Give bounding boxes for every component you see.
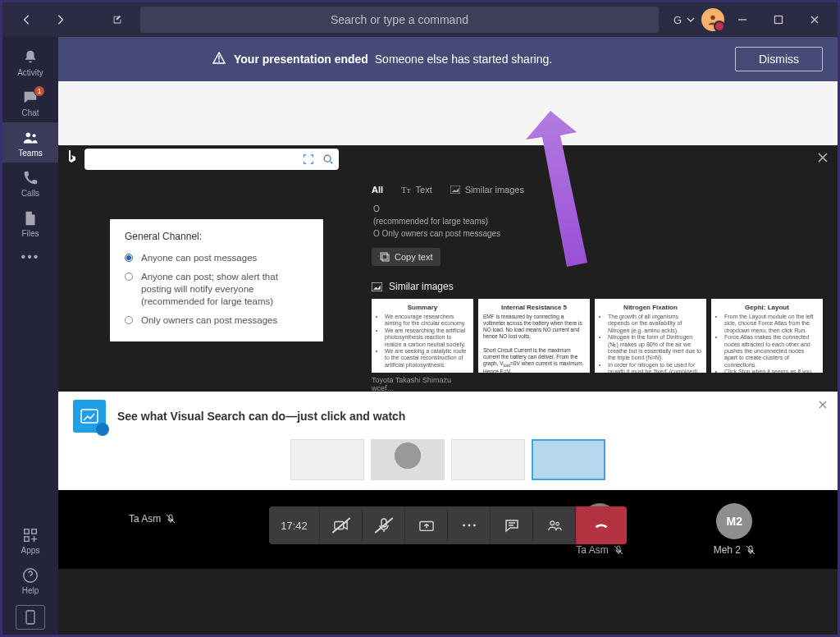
tab-similar[interactable]: Similar images [450, 185, 524, 195]
visual-search-promo: See what Visual Search can do—just click… [58, 392, 838, 490]
svg-rect-10 [450, 186, 460, 194]
radio-icon [125, 273, 133, 281]
rail-more[interactable]: ••• [2, 243, 58, 269]
rail-files[interactable]: Files [2, 203, 58, 243]
radio-selected-icon [125, 254, 133, 262]
minimize-icon [737, 15, 747, 25]
presenter-name: Ta Asm [129, 513, 176, 525]
rail-activity[interactable]: Activity [2, 42, 58, 82]
share-screen-button[interactable] [405, 506, 448, 544]
rail-chat[interactable]: 1 Chat [2, 82, 58, 122]
chat-bubble-icon [504, 518, 519, 533]
visual-search-top [58, 145, 838, 173]
option-text: Anyone can post; show alert that posting… [141, 271, 308, 308]
promo-thumb-active[interactable] [532, 439, 605, 480]
sim-card[interactable]: Gephi: Layout From the Layout module on … [711, 299, 823, 373]
command-search-input[interactable] [140, 7, 659, 33]
more-actions-button[interactable] [448, 506, 491, 544]
warning-icon [212, 52, 226, 67]
account-menu[interactable]: G [667, 14, 701, 26]
visual-search-input[interactable] [84, 149, 339, 170]
promo-close[interactable] [818, 398, 828, 413]
user-avatar[interactable] [701, 8, 724, 31]
call-duration: 17:42 [269, 506, 320, 544]
toggle-camera-button[interactable] [320, 506, 363, 544]
svg-rect-11 [382, 254, 389, 261]
promo-thumb[interactable] [451, 439, 525, 480]
vs-tabs: All TтText Similar images [372, 181, 823, 203]
dismiss-button[interactable]: Dismiss [735, 47, 823, 71]
visual-search-icon [73, 400, 106, 433]
card-title: General Channel: [125, 231, 308, 242]
rail-apps[interactable]: Apps [2, 520, 58, 560]
banner-bold: Your presentation ended [234, 53, 368, 66]
tab-text[interactable]: TтText [401, 185, 432, 195]
chevron-right-icon [54, 14, 66, 25]
rail-label: Files [21, 229, 39, 238]
participant-tile[interactable]: M2 Meh 2 [714, 503, 756, 556]
forward-button[interactable] [45, 8, 75, 31]
close-icon [810, 15, 819, 25]
svg-rect-15 [334, 522, 343, 529]
compose-icon [112, 14, 123, 25]
svg-rect-16 [381, 519, 386, 527]
rail-device[interactable] [2, 600, 58, 635]
back-button[interactable] [12, 8, 42, 31]
teams-icon [21, 129, 39, 147]
ellipsis-icon [462, 518, 477, 533]
svg-rect-1 [775, 16, 783, 24]
toggle-mic-button[interactable] [363, 506, 405, 544]
bing-logo-icon [66, 149, 78, 169]
camera-icon [334, 518, 349, 533]
tab-label: Text [416, 185, 432, 195]
svg-rect-13 [372, 282, 382, 291]
rail-label: Chat [21, 108, 39, 117]
maximize-icon [774, 15, 783, 25]
close-button[interactable] [797, 8, 833, 31]
new-note-button[interactable] [103, 8, 132, 31]
promo-thumbs [73, 439, 823, 480]
main-area: Your presentation ended Someone else has… [58, 37, 838, 635]
copy-icon [380, 252, 390, 262]
visual-search-close[interactable] [816, 151, 829, 167]
app-body: Activity 1 Chat Teams Calls Files ••• [2, 37, 838, 635]
sim-card[interactable]: Nitrogen Fixation The growth of all orga… [595, 299, 706, 373]
image-icon [372, 282, 382, 291]
chevron-left-icon [21, 14, 33, 25]
copy-text-button[interactable]: Copy text [372, 248, 441, 266]
show-chat-button[interactable] [491, 506, 533, 544]
command-search-wrap [132, 7, 667, 33]
participant-label: Meh 2 [714, 544, 741, 556]
title-bar: G [2, 2, 838, 37]
search-icon [322, 154, 334, 165]
minimize-button[interactable] [724, 8, 760, 31]
svg-point-9 [324, 155, 331, 162]
svg-rect-8 [26, 611, 34, 624]
rail-help[interactable]: Help [2, 560, 58, 600]
general-channel-card: General Channel: Anyone can post message… [110, 219, 323, 341]
option-text: Only owners can post messages [141, 314, 277, 327]
promo-thumb[interactable] [290, 439, 364, 480]
person-icon [707, 14, 719, 25]
svg-point-3 [32, 134, 35, 137]
hang-up-button[interactable] [576, 506, 627, 544]
people-icon [547, 518, 562, 533]
tab-all[interactable]: All [372, 185, 383, 195]
banner-rest: Someone else has started sharing. [375, 53, 552, 66]
promo-thumb[interactable] [371, 439, 445, 480]
svg-point-20 [472, 525, 475, 527]
rail-teams[interactable]: Teams [2, 122, 58, 163]
rail-calls[interactable]: Calls [2, 163, 58, 203]
radio-icon [125, 316, 133, 324]
svg-rect-12 [381, 253, 387, 259]
sim-card[interactable]: Summary We encourage researchers aiming … [372, 299, 473, 373]
maximize-button[interactable] [760, 8, 797, 31]
phone-icon [21, 169, 39, 187]
svg-point-0 [710, 16, 714, 20]
account-initial: G [673, 14, 682, 26]
tab-label: Similar images [465, 185, 524, 195]
show-participants-button[interactable] [533, 506, 576, 544]
mic-muted-icon [166, 514, 176, 524]
sim-card[interactable]: Internal Resistance 5 EMF is measured by… [478, 299, 590, 373]
svg-point-22 [555, 522, 559, 525]
